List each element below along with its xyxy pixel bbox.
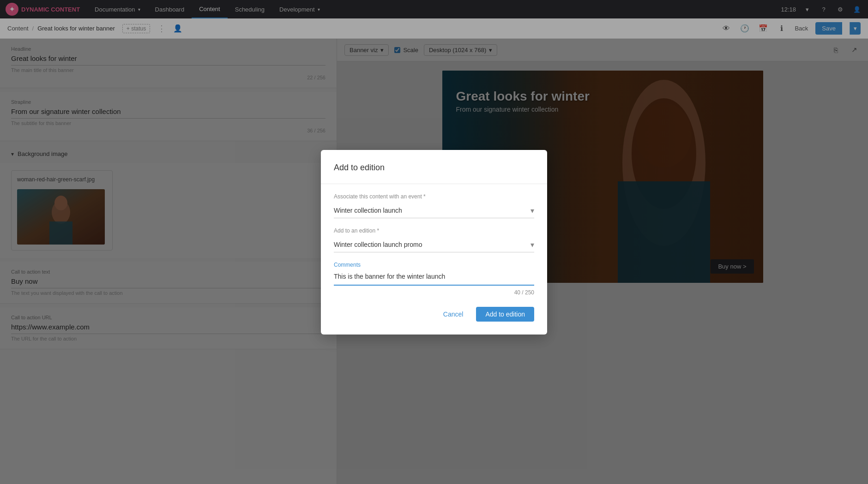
comments-label: Comments [334,262,534,268]
edition-select[interactable]: Winter collection launch promo ▾ [334,238,534,252]
event-field-label: Associate this content with an event * [334,193,534,200]
edition-select-value: Winter collection launch promo [334,241,422,248]
event-select-value: Winter collection launch [334,207,402,214]
modal-actions: Cancel Add to edition [334,307,534,322]
add-to-edition-modal: Add to edition Associate this content wi… [321,150,547,335]
modal-overlay: Add to edition Associate this content wi… [0,0,868,484]
edition-field-label: Add to an edition * [334,227,534,234]
add-to-edition-button[interactable]: Add to edition [476,307,534,322]
chevron-down-icon: ▾ [530,240,534,249]
comments-field: Comments 40 / 250 [334,262,534,296]
modal-title: Add to edition [334,163,534,173]
edition-field: Add to an edition * Winter collection la… [334,227,534,252]
comments-char-count: 40 / 250 [334,289,534,296]
cancel-button[interactable]: Cancel [436,307,471,322]
modal-divider [321,184,547,184]
event-select[interactable]: Winter collection launch ▾ [334,203,534,218]
event-field: Associate this content with an event * W… [334,193,534,218]
comments-input[interactable] [334,271,534,286]
chevron-down-icon: ▾ [530,206,534,215]
